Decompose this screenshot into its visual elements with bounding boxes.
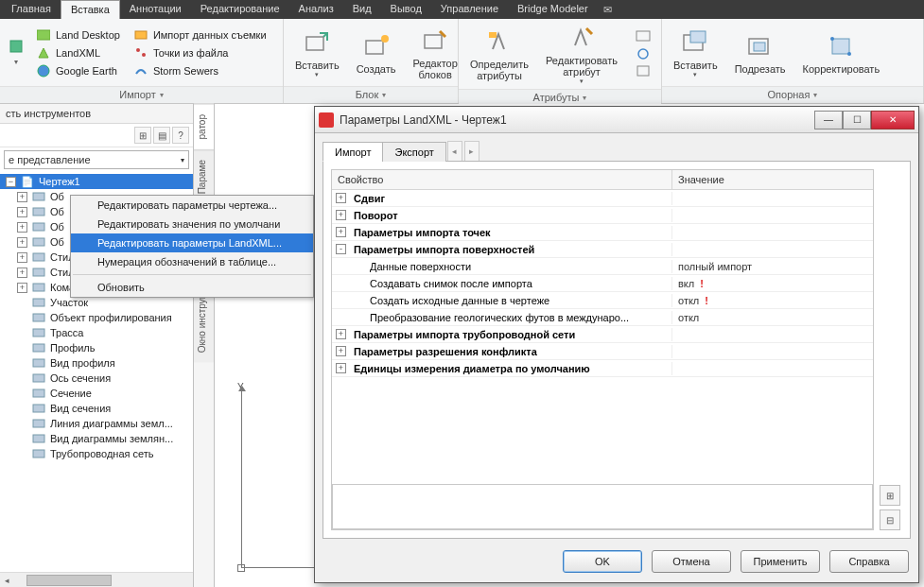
tab-scroll-right[interactable]: ▸ [464, 141, 479, 161]
landxml-icon [36, 45, 51, 60]
btn-landxml[interactable]: LandXML [34, 44, 122, 61]
tree-node[interactable]: Вид сечения [0, 401, 193, 416]
tree-node[interactable]: Трубопроводная сеть [0, 446, 193, 461]
dialog-maximize-button[interactable]: ☐ [843, 111, 871, 129]
btn-survey-import[interactable]: Импорт данных съемки [131, 26, 269, 43]
tree-node[interactable]: Вид профиля [0, 355, 193, 371]
svg-rect-27 [33, 268, 44, 276]
prop-group-row[interactable]: +Сдвиг [332, 190, 873, 207]
prop-group-row[interactable]: +Поворот [332, 207, 873, 224]
btn-ref-clip[interactable]: Подрезать [731, 29, 790, 77]
attr-small-buttons [631, 29, 654, 78]
prop-group-row[interactable]: +Единицы измерения диаметра по умолчанию [332, 360, 873, 377]
btn-points-file[interactable]: Точки из файла [131, 44, 269, 61]
btn-define-attr[interactable]: Определитьатрибуты [466, 25, 532, 83]
btn-google-earth[interactable]: Google Earth [34, 62, 122, 79]
prop-row[interactable]: Создать исходные данные в чертежеоткл! [332, 292, 873, 309]
svg-rect-25 [33, 238, 44, 246]
tree-node[interactable]: Ось сечения [0, 371, 193, 386]
ok-button[interactable]: OK [563, 550, 642, 573]
attr-block-icon[interactable] [635, 63, 654, 78]
apply-button[interactable]: Применить [741, 550, 820, 573]
svg-rect-1 [37, 30, 50, 40]
col-header-value[interactable]: Значение [672, 170, 873, 189]
prop-row[interactable]: Создавать снимок после импортавкл! [332, 275, 873, 292]
svg-rect-38 [33, 435, 44, 442]
menu-tab-insert[interactable]: Вставка [61, 0, 120, 19]
dialog-minimize-button[interactable]: — [814, 111, 843, 129]
attr-manage-icon[interactable] [635, 29, 654, 44]
menu-tab-bridge[interactable]: Bridge Modeler [508, 0, 598, 19]
svg-rect-33 [33, 359, 44, 367]
land-desktop-icon [36, 27, 51, 43]
attr-sync-icon[interactable] [635, 46, 654, 61]
tree-hscrollbar[interactable]: ◂ [0, 572, 193, 587]
sidetab-navigator[interactable]: ратор [194, 104, 214, 149]
svg-rect-28 [33, 284, 44, 291]
btn-ref-adjust[interactable]: Корректировать [799, 29, 884, 77]
ctx-table-numbering[interactable]: Нумерация обозначений в таблице... [71, 252, 313, 271]
menu-tab-edit[interactable]: Редактирование [191, 0, 289, 19]
menu-tab-output[interactable]: Вывод [381, 0, 431, 19]
svg-rect-36 [33, 405, 44, 412]
btn-block-create[interactable]: Создать [353, 29, 400, 77]
btn-land-desktop[interactable]: Land Desktop [34, 26, 122, 43]
tree-node[interactable]: Объект профилирования [0, 310, 193, 325]
menu-tab-analysis[interactable]: Анализ [289, 0, 343, 19]
tab-scroll-left[interactable]: ◂ [447, 141, 462, 161]
import-main-icon[interactable] [9, 39, 24, 54]
dialog-tabs: Импорт Экспорт ◂ ▸ [323, 141, 911, 162]
tab-import[interactable]: Импорт [323, 142, 383, 162]
ribbon-group-block: Вставить▾ Создать Редакторблоков Блок▾ [284, 19, 459, 103]
svg-point-6 [142, 53, 146, 57]
tb-help-icon[interactable]: ? [172, 127, 189, 144]
ctx-edit-drawing-params[interactable]: Редактировать параметры чертежа... [71, 196, 313, 215]
col-header-property[interactable]: Свойство [332, 170, 672, 189]
prop-row[interactable]: Данные поверхностиполный импорт [332, 258, 873, 275]
prop-group-row[interactable]: -Параметры импорта поверхностей [332, 241, 873, 258]
node-icon [31, 417, 46, 430]
btn-block-editor[interactable]: Редакторблоков [409, 24, 461, 82]
grid-expand-all-button[interactable]: ⊞ [880, 485, 900, 506]
view-combo[interactable]: е представление▾ [4, 150, 189, 169]
svg-rect-19 [832, 39, 849, 54]
menu-tab-main[interactable]: Главная [2, 0, 61, 19]
ctx-refresh[interactable]: Обновить [71, 278, 313, 297]
tab-export[interactable]: Экспорт [382, 142, 445, 162]
node-icon [31, 296, 46, 309]
ctx-edit-landxml-params[interactable]: Редактировать параметры LandXML... [71, 233, 313, 252]
btn-edit-attr[interactable]: Редактироватьатрибут▾ [542, 21, 621, 87]
prop-row[interactable]: Преобразование геологических футов в меж… [332, 309, 873, 326]
menu-tab-annotations[interactable]: Аннотации [120, 0, 191, 19]
btn-block-insert[interactable]: Вставить▾ [291, 26, 343, 80]
prop-group-row[interactable]: +Параметры импорта трубопроводной сети [332, 326, 873, 343]
ctx-edit-defaults[interactable]: Редактировать значения по умолчани [71, 215, 313, 233]
help-button[interactable]: Справка [829, 550, 909, 573]
btn-ref-insert[interactable]: Вставить▾ [670, 26, 722, 80]
svg-rect-18 [754, 43, 765, 51]
dialog-close-button[interactable]: ✕ [871, 111, 915, 129]
tree-node[interactable]: Сечение [0, 386, 193, 401]
btn-storm-sewers[interactable]: Storm Sewers [131, 62, 269, 79]
menu-tab-manage[interactable]: Управление [431, 0, 508, 19]
tree-node[interactable]: Вид диаграммы землян... [0, 431, 193, 446]
tree-node[interactable]: Профиль [0, 340, 193, 355]
node-icon [31, 266, 46, 279]
mail-icon[interactable]: ✉ [603, 0, 612, 19]
tb-tree-icon[interactable]: ⊞ [134, 127, 151, 144]
tree-root-drawing[interactable]: −📄Чертеж1 [0, 174, 193, 189]
svg-rect-12 [636, 31, 650, 41]
prop-group-row[interactable]: +Параметры импорта точек [332, 224, 873, 241]
grid-collapse-all-button[interactable]: ⊟ [880, 509, 900, 530]
menu-tab-view[interactable]: Вид [343, 0, 381, 19]
tb-list-icon[interactable]: ▤ [153, 127, 170, 144]
menubar: Главная Вставка Аннотации Редактирование… [0, 0, 924, 19]
dialog-titlebar[interactable]: Параметры LandXML - Чертеж1 — ☐ ✕ [315, 107, 918, 133]
node-icon [31, 281, 46, 294]
tree-node[interactable]: Линия диаграммы земл... [0, 416, 193, 431]
storm-sewers-icon [133, 63, 148, 78]
prop-group-row[interactable]: +Параметры разрешения конфликта [332, 343, 873, 360]
svg-point-20 [830, 37, 834, 41]
cancel-button[interactable]: Отмена [652, 550, 731, 573]
tree-node[interactable]: Трасса [0, 325, 193, 340]
